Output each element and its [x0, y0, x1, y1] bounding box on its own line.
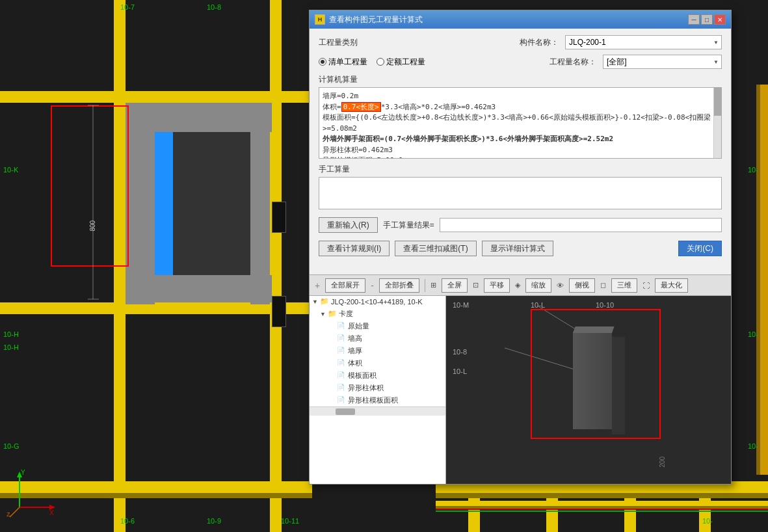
tree-expand-kadu: ▼ [320, 311, 328, 317]
tree-label-yixingmuban: 异形柱模板面积 [348, 395, 398, 405]
tree-item-yixingtiji[interactable]: 📄 异形柱体积 [310, 382, 445, 394]
toolbar-separator-1 [425, 279, 425, 292]
tree-item-yixingmuban[interactable]: 📄 异形柱模板面积 [310, 394, 445, 406]
tree-label-yuanshi: 原始量 [348, 321, 369, 331]
cad-wall-bottom [126, 275, 272, 302]
manual-input-area[interactable] [319, 177, 722, 209]
tree-content[interactable]: ▼ 📁 JLQ-200-1<10-4+4189, 10-K ▼ 📁 卡度 📄 原… [310, 296, 445, 406]
calc-line-1: 墙厚=0.2m [323, 91, 718, 102]
calc-section: 计算机算量 墙厚=0.2m 体积=0.7<长度>*3.3<墙高>*0.2<墙厚>… [319, 74, 722, 159]
project-name-dropdown[interactable]: [全部] [603, 55, 722, 69]
dialog-body: 工程量类别 构件名称： JLQ-200-1 清单工程量 定额工程量 工程量名称： [310, 29, 731, 274]
grid-label-10-h-upper: 10-H [3, 330, 19, 338]
maximize-button[interactable]: □ [701, 14, 713, 25]
svg-marker-4 [17, 472, 22, 477]
cad-black-sq-1 [272, 296, 286, 327]
cad-wall-top [126, 103, 272, 132]
folder-icon-kadu: 📁 [328, 310, 337, 319]
grid-label-10-h-lower: 10-H [3, 343, 19, 351]
lower-toolbar: + 全部展开 - 全部折叠 ⊞ 全屏 ⊡ 平移 ◈ 缩放 👁 侧视 ◻ 三维 ⛶… [310, 274, 731, 295]
cad-wall-left [126, 103, 155, 304]
cad-beam-7 [436, 501, 768, 506]
tree-label-qianggao: 墙高 [348, 334, 362, 343]
tree-item-qianggao[interactable]: 📄 墙高 [310, 332, 445, 345]
calc-display: 墙厚=0.2m 体积=0.7<长度>*3.3<墙高>*0.2<墙厚>=0.462… [319, 87, 722, 159]
expand-all-button[interactable]: 全部展开 [325, 278, 365, 293]
tree-label-qianghou: 墙厚 [348, 346, 362, 356]
tree-label-kadu: 卡度 [339, 309, 353, 319]
re-input-button[interactable]: 重新输入(R) [319, 217, 378, 233]
cad-beam-4 [0, 493, 312, 498]
minimize-button[interactable]: ─ [688, 14, 700, 25]
tree-label-tiji: 体积 [348, 358, 362, 368]
collapse-all-button[interactable]: 全部折叠 [379, 278, 419, 293]
fullscreen-button[interactable]: 全屏 [442, 278, 468, 293]
calc-highlighted: 0.7<长度> [341, 102, 381, 112]
side-view-button[interactable]: 侧视 [569, 278, 595, 293]
calc-line-5: 异形柱体积=0.462m3 [323, 145, 718, 156]
scrollbar-thumb-h[interactable] [336, 408, 355, 415]
file-icon-tiji: 📄 [337, 359, 346, 368]
cad-right-bar-2 [756, 85, 760, 475]
component-name-dropdown[interactable]: JLQ-200-1 [565, 35, 722, 49]
view-3d-deduct-button[interactable]: 查看三维扣减图(T) [395, 241, 476, 256]
radio-dinge[interactable]: 定额工程量 [377, 57, 425, 68]
cad-wall-right [250, 103, 270, 304]
project-type-label: 工程量类别 [319, 37, 358, 48]
dimension-800: 800 [89, 220, 96, 232]
tree-expand-root: ▼ [312, 299, 320, 305]
manual-section-title: 手工算量 [319, 164, 722, 175]
viewport-label-l: 10-L [531, 301, 545, 309]
file-icon-qianggao: 📄 [337, 334, 346, 343]
dialog-title: 查看构件图元工程量计算式 [329, 14, 688, 25]
tree-item-tiji[interactable]: 📄 体积 [310, 357, 445, 369]
grid-label-10-right3: 10- [748, 330, 758, 338]
view-rules-button[interactable]: 查看计算规则(I) [319, 241, 390, 256]
project-name-label: 工程量名称： [550, 57, 596, 68]
maximize-button[interactable]: 最大化 [655, 278, 688, 293]
scrollbar-track[interactable] [713, 88, 721, 158]
scrollbar-thumb[interactable] [714, 88, 721, 116]
result-input-field[interactable] [440, 218, 722, 232]
calc-line-2: 体积=0.7<长度>*3.3<墙高>*0.2<墙厚>=0.462m3 [323, 102, 718, 113]
tree-item-qianghou[interactable]: 📄 墙厚 [310, 345, 445, 357]
cad-black-sq-2 [272, 202, 286, 233]
cube-icon: ◻ [600, 281, 606, 289]
form-row-2: 清单工程量 定额工程量 工程量名称： [全部] [319, 55, 722, 69]
cad-beam-6 [436, 493, 768, 498]
grid-label-10-11: 10-11 [281, 517, 299, 525]
viewport-label-m: 10-M [453, 301, 469, 309]
tree-root-item[interactable]: ▼ 📁 JLQ-200-1<10-4+4189, 10-K [310, 296, 445, 308]
svg-text:Y: Y [21, 469, 25, 476]
tree-item-yuanshi[interactable]: 📄 原始量 [310, 320, 445, 332]
svg-text:Z: Z [7, 511, 10, 518]
3d-column-object [573, 332, 622, 429]
cad-beam-3 [0, 481, 312, 493]
grid-label-10-right: 10- [702, 517, 713, 525]
cad-selection-box [51, 105, 129, 267]
svg-line-9 [10, 507, 20, 517]
radio-dinge-circle [377, 58, 384, 66]
folder-icon-root: 📁 [320, 297, 329, 306]
zoom-button[interactable]: 缩放 [525, 278, 551, 293]
show-detail-button[interactable]: 显示详细计算式 [482, 241, 553, 256]
dialog-titlebar: H 查看构件图元工程量计算式 ─ □ ✕ [310, 10, 731, 29]
close-dialog-button[interactable]: 关闭(C) [678, 241, 722, 256]
tree-horizontal-scrollbar[interactable] [310, 406, 445, 416]
tree-item-kadu[interactable]: ▼ 📁 卡度 [310, 308, 445, 320]
close-window-button[interactable]: ✕ [714, 14, 726, 25]
action-buttons-row: 查看计算规则(I) 查看三维扣减图(T) 显示详细计算式 关闭(C) [319, 241, 722, 256]
grid-label-10-right2: 10- [748, 166, 758, 174]
re-input-row: 重新输入(R) 手工算量结果= [319, 217, 722, 233]
tree-panel: ▼ 📁 JLQ-200-1<10-4+4189, 10-K ▼ 📁 卡度 📄 原… [310, 296, 446, 484]
result-label: 手工算量结果= [383, 220, 434, 231]
radio-qingdan[interactable]: 清单工程量 [319, 57, 367, 68]
cad-right-bar-1 [760, 85, 768, 475]
3d-view-panel[interactable]: 10-M 10-L 10-10 10-8 10-L 200 [446, 296, 731, 484]
grid-label-10-9: 10-9 [207, 517, 221, 525]
plan-button[interactable]: 平移 [484, 278, 510, 293]
grid-label-10-k: 10-K [3, 166, 18, 174]
three-d-button[interactable]: 三维 [611, 278, 637, 293]
cad-red-line [436, 509, 768, 510]
tree-item-mubanjianji[interactable]: 📄 模板面积 [310, 369, 445, 382]
